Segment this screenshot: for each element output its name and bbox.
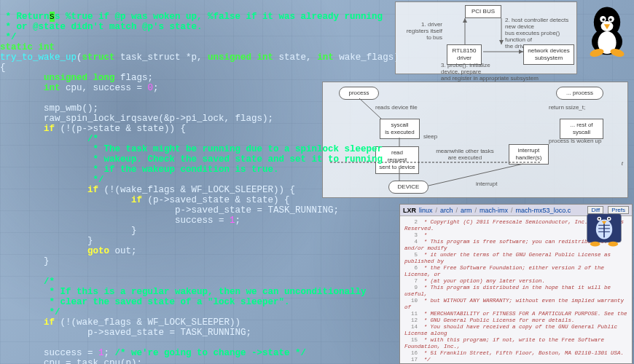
type-keyword: struct <box>82 52 115 63</box>
keyword: if <box>0 317 55 328</box>
box-pcibus: PCI BUS <box>465 5 501 18</box>
label-return: return ssize_t; <box>549 104 585 111</box>
note-3: 3. probe(): initialize device, prepare a… <box>441 62 565 82</box>
number-literal: 1 <box>230 215 235 226</box>
note-1: 1. driver registers itself to bus <box>399 21 442 41</box>
comment-line: * If this is a regular wakeup, then we c… <box>0 287 367 297</box>
code-text: task_struct *p, <box>115 52 208 63</box>
type-keyword: int <box>0 83 60 93</box>
svg-point-37 <box>608 242 618 247</box>
label-sleep: sleep <box>423 133 437 140</box>
keyword: goto <box>0 246 109 256</box>
label-interrupt: interrupt <box>476 181 497 187</box>
comment-line: */ <box>0 175 104 185</box>
box-rest-syscall: ... rest of syscall <box>560 119 603 139</box>
lxr-logo: LXR <box>403 207 416 214</box>
code-text: wake_flags) <box>334 52 399 63</box>
comment-inline: /* we're going to change ->state */ <box>115 348 307 358</box>
svg-point-20 <box>602 18 605 21</box>
lxr-window: LXR linux/ arch/ arm/ mach-imx/ mach-mx5… <box>399 204 633 364</box>
comment-line: * The task might be running due to a spi… <box>0 144 383 154</box>
code-text: (p->saved_state & state) { <box>142 195 290 205</box>
comment-line: * clear the saved state of a "lock sleep… <box>0 297 290 307</box>
svg-marker-3 <box>499 40 504 44</box>
code-text: } <box>0 236 93 246</box>
code-text: cpu, success = <box>60 83 148 93</box>
box-process-cont: ... process <box>556 87 603 100</box>
label-time-axis: t <box>622 160 623 167</box>
path-segment[interactable]: arm <box>461 207 472 214</box>
path-segment[interactable]: arch <box>440 207 453 214</box>
code-text: success = <box>0 348 98 358</box>
text-cursor: s <box>50 12 55 22</box>
source-code-listing: * Returnss %true if @p was woken up, %fa… <box>0 0 399 364</box>
comment-line: /* <box>0 134 98 144</box>
label-meanwhile: meanwhile other tasks are executed <box>432 148 498 161</box>
code-text: success = <box>0 215 230 226</box>
code-text: } <box>0 226 137 236</box>
code-text: ; <box>153 83 159 93</box>
box-interrupt-handlers: interrupt handler(s) <box>509 144 549 165</box>
svg-point-34 <box>608 218 610 219</box>
keyword: if <box>0 124 55 134</box>
comment-line: */ <box>0 32 17 42</box>
lxr-tux-xray-icon <box>584 209 625 250</box>
code-text: ( <box>77 52 82 63</box>
code-text: state, <box>273 52 317 63</box>
svg-point-36 <box>590 242 600 247</box>
keyword: if <box>0 195 142 205</box>
code-text: cpu = task_cpu(p); <box>0 358 142 364</box>
svg-point-33 <box>598 218 600 219</box>
code-text: p->saved_state = TASK_RUNNING; <box>0 328 251 338</box>
comment-line: * if the wakeup condition is true. <box>0 165 279 175</box>
code-text: } <box>0 256 50 266</box>
type-keyword: unsigned long <box>0 73 115 83</box>
path-segment[interactable]: mach-mx53_loco.c <box>516 207 571 214</box>
label-woken-up: process is woken up <box>549 138 601 144</box>
comment-line: * Return <box>0 12 50 22</box>
path-segment[interactable]: linux <box>419 207 433 214</box>
code-text: raw_spin_lock_irqsave(&p->pi_lock, flags… <box>0 114 273 124</box>
code-text: (!(p->state & state)) { <box>55 124 186 134</box>
svg-point-21 <box>609 18 612 21</box>
svg-marker-1 <box>463 18 467 23</box>
function-name: try_to_wake_up <box>0 52 77 63</box>
linux-tux-icon <box>582 1 633 58</box>
comment-line: * or @state didn't match @p's state. <box>0 22 203 32</box>
code-text: p->saved_state = TASK_RUNNING; <box>0 205 339 215</box>
code-text: ; <box>235 215 241 226</box>
code-text: flags; <box>115 73 154 83</box>
path-segment[interactable]: mach-imx <box>480 207 508 214</box>
comment-line: s %true if @p was woken up, %false if it… <box>55 12 383 22</box>
code-text: ; <box>104 348 115 358</box>
comment-line: */ <box>0 307 60 317</box>
code-text: { <box>0 63 6 73</box>
number-literal: 0 <box>148 83 154 93</box>
code-text: smp_wmb(); <box>0 103 98 114</box>
code-text: (!(wake_flags & WF_LOCK_SLEEPER)) { <box>98 185 295 195</box>
type-keyword: int <box>317 52 334 63</box>
number-literal: 1 <box>98 348 104 358</box>
comment-line: /* <box>0 277 55 287</box>
keyword: if <box>0 185 98 195</box>
diagram-driver-registration: PCI BUS 1. driver registers itself to bu… <box>395 1 577 74</box>
code-text: out; <box>109 246 137 256</box>
type-keyword: static int <box>0 42 55 52</box>
code-text: (!(wake_flags & WF_LOCK_SLEEPER)) <box>55 317 240 328</box>
comment-line: * wakeup. Check the saved state and set … <box>0 154 383 165</box>
type-keyword: unsigned int <box>208 52 273 63</box>
